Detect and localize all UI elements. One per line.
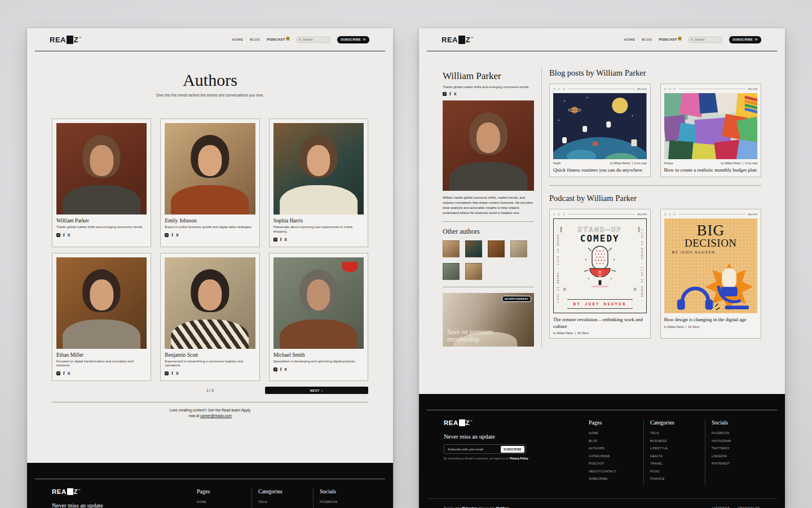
search-box[interactable] bbox=[297, 37, 330, 43]
instagram-icon[interactable] bbox=[273, 238, 277, 242]
other-author-thumbnail[interactable] bbox=[465, 240, 482, 257]
facebook-icon[interactable]: f bbox=[280, 367, 282, 372]
footer-link-instagram[interactable]: INSTAGRAM bbox=[712, 439, 760, 443]
episode-title[interactable]: How design is changing in the digital ag… bbox=[664, 317, 758, 323]
instagram-icon[interactable] bbox=[165, 233, 169, 237]
advertisement-card[interactable]: ADVERTISEMENT Save on premium membership bbox=[443, 293, 534, 347]
footer-link-facebook[interactable]: FACEBOOK bbox=[320, 500, 368, 503]
footer-link-health[interactable]: HEALTH bbox=[650, 454, 699, 458]
facebook-icon[interactable]: f bbox=[171, 233, 173, 238]
readz-logo[interactable]: READZ™ bbox=[442, 36, 474, 44]
author-card-sophia-harris[interactable]: Sophia Harris Passionate about improving… bbox=[269, 119, 368, 247]
site-header: READZ™ HOME BLOG PODCAST6 SUBSCRIBE ✉ bbox=[419, 28, 785, 51]
nav-blog[interactable]: BLOG bbox=[642, 38, 652, 41]
nav-podcast[interactable]: PODCAST6 bbox=[659, 38, 682, 42]
author-card-emily-johnson[interactable]: Emily Johnson Expert in online business … bbox=[160, 119, 259, 247]
x-icon[interactable]: X bbox=[454, 92, 457, 96]
footer-link-food[interactable]: FOOD bbox=[650, 470, 699, 473]
footer-link-about[interactable]: ABOUT/CONTACT bbox=[589, 470, 637, 473]
instagram-icon[interactable] bbox=[56, 371, 60, 375]
instagram-icon[interactable] bbox=[443, 92, 447, 96]
x-icon[interactable]: X bbox=[68, 233, 70, 237]
instagram-icon[interactable] bbox=[273, 367, 277, 371]
facebook-icon[interactable]: f bbox=[280, 237, 282, 242]
footer-link-pinterest[interactable]: PINTEREST bbox=[712, 462, 760, 465]
search-input[interactable] bbox=[303, 38, 328, 41]
footer-columns: Pages HOME BLOG AUTHORS CATEGORIES PODCA… bbox=[589, 419, 760, 485]
search-box[interactable] bbox=[689, 37, 722, 43]
footer-link-home[interactable]: HOME bbox=[589, 431, 637, 435]
author-card-benjamin-scott[interactable]: Benjamin Scott Experienced in streamlini… bbox=[160, 253, 259, 382]
card-header: ○ ○ ○ [Ep.003] bbox=[553, 213, 647, 216]
footer-readz-logo[interactable]: READZ™ bbox=[52, 488, 136, 495]
blog-post-card[interactable]: ○ ○ ○ [No.022] bbox=[549, 84, 651, 177]
author-card-michael-smith[interactable]: Michael Smith Specializes in developing … bbox=[269, 253, 368, 382]
post-category[interactable]: Finance bbox=[664, 162, 673, 165]
subscribe-button[interactable]: SUBSCRIBE ✉ bbox=[729, 36, 761, 43]
footer-readz-logo[interactable]: READZ™ bbox=[444, 419, 528, 426]
nav-blog[interactable]: BLOG bbox=[250, 38, 260, 41]
changelog-link[interactable]: CHANGELOG bbox=[738, 506, 760, 508]
facebook-icon[interactable]: f bbox=[171, 371, 173, 376]
podcast-episode-card[interactable]: ○ ○ ○ [Ep.003] ««« »»» STAND–UP COMEDY L… bbox=[549, 209, 651, 339]
x-icon[interactable]: X bbox=[176, 233, 179, 237]
footer-link-authors[interactable]: AUTHORS bbox=[589, 446, 637, 450]
post-title[interactable]: How to create a realistic monthly budget… bbox=[664, 167, 758, 173]
logo-text: REA bbox=[50, 36, 66, 44]
nav-podcast[interactable]: PODCAST6 bbox=[267, 38, 290, 42]
footer-link-business[interactable]: BUSINESS bbox=[650, 439, 699, 443]
blog-post-card[interactable]: ○ ○ ○ [No.014] bbox=[660, 84, 762, 177]
author-card-ethan-miller[interactable]: Ethan Miller Focused on digital transfor… bbox=[52, 253, 151, 382]
footer-link-twitterx[interactable]: TWITTER/X bbox=[712, 446, 760, 450]
footer-link-linkedin[interactable]: LINKEDIN bbox=[712, 454, 760, 458]
other-author-thumbnail[interactable] bbox=[510, 240, 527, 257]
author-bio: Focused on digital transformation and in… bbox=[56, 360, 147, 369]
footer-link-subscribe[interactable]: SUBSCRIBE bbox=[589, 477, 637, 480]
footer-link-tech[interactable]: TECH bbox=[650, 431, 699, 435]
footer-link-podcast[interactable]: PODCAST bbox=[589, 462, 637, 465]
facebook-icon[interactable]: f bbox=[63, 371, 65, 376]
episode-meta: by William Parker 3hr 06min bbox=[553, 332, 647, 335]
nav-home[interactable]: HOME bbox=[232, 38, 244, 41]
footer-link-finance[interactable]: FINANCE bbox=[650, 477, 699, 480]
footer-link-categories[interactable]: CATEGORIES bbox=[589, 454, 637, 458]
author-card-william-parker[interactable]: William Parker Tracks global market shif… bbox=[52, 119, 151, 247]
other-author-thumbnail[interactable] bbox=[443, 263, 460, 280]
newsletter-email-input[interactable] bbox=[445, 448, 501, 451]
other-author-thumbnail[interactable] bbox=[443, 240, 460, 257]
episode-title[interactable]: The remote revolution – rethinking work … bbox=[553, 317, 647, 330]
facebook-icon[interactable]: f bbox=[449, 91, 451, 97]
facebook-icon[interactable]: f bbox=[63, 233, 65, 238]
footer-link-facebook[interactable]: FACEBOOK bbox=[712, 431, 760, 435]
footer-link-travel[interactable]: TRAVEL bbox=[650, 462, 699, 465]
x-icon[interactable]: X bbox=[68, 371, 70, 375]
footer-link-tech[interactable]: TECH bbox=[258, 500, 307, 503]
privacy-policy-link[interactable]: Privacy Policy bbox=[510, 457, 528, 460]
blog-section-title: Blog posts by William Parker bbox=[549, 68, 761, 78]
next-page-button[interactable]: NEXT › bbox=[265, 387, 368, 394]
designer-link[interactable]: Webestica, bbox=[462, 506, 478, 508]
subscribe-button[interactable]: SUBSCRIBE ✉ bbox=[337, 36, 369, 43]
other-author-thumbnail[interactable] bbox=[465, 263, 482, 280]
instagram-icon[interactable] bbox=[165, 371, 169, 375]
x-icon[interactable]: X bbox=[284, 367, 287, 371]
post-byline: by William Parker bbox=[721, 162, 742, 165]
nav-home[interactable]: HOME bbox=[624, 38, 636, 41]
instagram-icon[interactable] bbox=[56, 233, 60, 237]
x-icon[interactable]: X bbox=[176, 371, 179, 375]
other-author-thumbnail[interactable] bbox=[488, 240, 505, 257]
newsletter-subscribe-button[interactable]: SUBSCRIBE bbox=[501, 446, 524, 453]
x-icon[interactable]: X bbox=[284, 238, 287, 242]
footer-link-home[interactable]: HOME bbox=[197, 500, 245, 503]
post-category[interactable]: Health bbox=[553, 162, 561, 165]
author-content: Blog posts by William Parker ○ ○ ○ [No.0… bbox=[549, 67, 761, 347]
readz-logo[interactable]: READZ™ bbox=[50, 36, 82, 44]
post-title[interactable]: Quick fitness routines you can do anywhe… bbox=[553, 167, 647, 173]
builder-link[interactable]: Webflow bbox=[496, 506, 509, 508]
podcast-episode-card[interactable]: ○ ○ ○ [Ep.002] BIG DECISION BY JUDY NGUY… bbox=[660, 209, 762, 339]
footer-link-blog[interactable]: BLOG bbox=[589, 439, 637, 443]
licenses-link[interactable]: LICENSES bbox=[712, 506, 730, 508]
careers-email-link[interactable]: career@reado.com bbox=[200, 414, 232, 418]
footer-link-lifestyle[interactable]: LIFESTYLE bbox=[650, 446, 699, 450]
search-input[interactable] bbox=[695, 38, 720, 41]
